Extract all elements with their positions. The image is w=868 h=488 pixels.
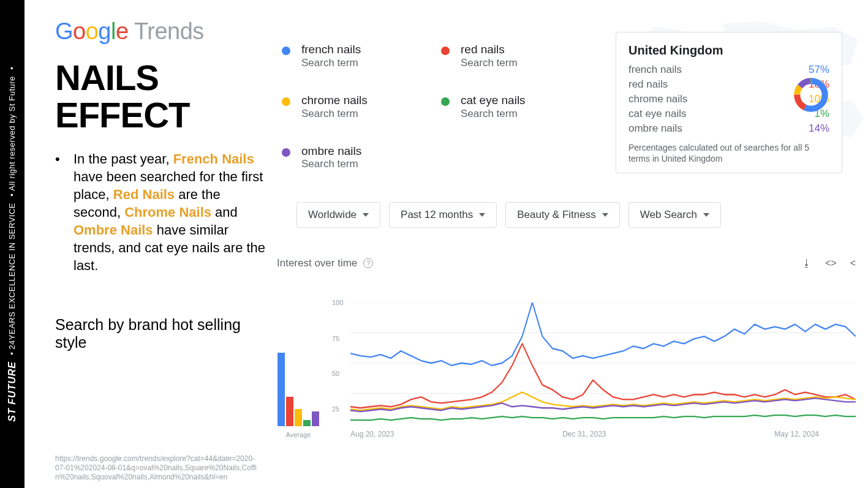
subhead: Search by brand hot selling style [55,316,270,351]
chevron-down-icon [479,213,485,217]
region-title: United Kingdom [628,43,829,58]
filter-row: Worldwide Past 12 months Beauty & Fitnes… [296,202,721,228]
share-icon[interactable]: < [850,258,856,269]
filter-time[interactable]: Past 12 months [389,202,497,228]
xtick: Dec 31, 2023 [562,430,606,438]
left-column: Google Trends NAILS EFFECT In the past y… [55,18,270,351]
legend-dot-icon [282,47,290,55]
legend-sub: Search term [301,57,361,69]
chevron-down-icon [602,213,608,217]
page-title: NAILS EFFECT [55,59,270,134]
chevron-down-icon [363,213,369,217]
chevron-down-icon [703,213,709,217]
ytick: 75 [332,335,339,342]
x-axis-labels: Aug 20, 2023 Dec 31, 2023 May 12, 2024 [350,430,856,438]
hl-ombre: Ombre Nails [74,222,153,238]
brand-logo: ST FUTURE [7,361,17,422]
xtick: May 12, 2024 [774,430,819,438]
brand-sidebar: ST FUTURE • 24YEARS EXCELLENCE IN SERVIC… [0,0,25,488]
download-icon[interactable]: ⭳ [802,258,812,269]
legend-dot-icon [282,97,290,106]
ytick: 100 [332,299,343,306]
average-bars [271,353,326,426]
average-label: Average [271,431,326,438]
chart-title: Interest over time ? [277,257,373,269]
region-row: ombre nails14% [628,121,829,136]
trends-pane: french nailsSearch term red nailsSearch … [282,12,868,488]
legend-sub: Search term [461,57,518,69]
legend-term: ombre nails [301,145,361,159]
legend-term: french nails [301,43,361,57]
source-url: https://trends.google.com/trends/explore… [55,454,257,482]
legend-item: red nailsSearch term [441,43,564,69]
ytick: 25 [332,405,339,413]
help-icon[interactable]: ? [363,258,373,268]
filter-category[interactable]: Beauty & Fitness [505,202,620,228]
legend-dot-icon [441,97,450,106]
interest-chart: Average 100 75 50 25 Aug 20, 2023 Dec 31… [271,288,856,441]
legend-sub: Search term [301,158,361,170]
line-chart-svg [350,302,856,424]
region-note: Percentages calculated out of searches f… [628,142,829,164]
legend-term: cat eye nails [461,94,526,108]
legend-sub: Search term [461,108,526,120]
donut-chart-icon [793,77,829,113]
google-trends-logo: Google Trends [55,18,270,45]
sidebar-tag2: All right reserved by St Future [7,76,17,190]
xtick: Aug 20, 2023 [350,430,394,438]
embed-icon[interactable]: <> [825,258,837,269]
ytick: 50 [332,370,339,377]
region-row: french nails57% [628,62,829,77]
region-card: United Kingdom french nails57% red nails… [616,32,842,173]
filter-searchtype[interactable]: Web Search [628,202,721,228]
chart-header: Interest over time ? ⭳ <> < [277,257,856,269]
legend-dot-icon [282,148,290,157]
legend-dot-icon [441,47,450,55]
legend-list: french nailsSearch term red nailsSearch … [282,43,570,170]
legend-item: ombre nailsSearch term [282,145,404,171]
sidebar-tag1: 24YEARS EXCELLENCE IN SERVICE [7,203,17,350]
hl-french: French Nails [173,151,254,167]
legend-term: red nails [461,43,518,57]
hl-chrome: Chrome Nails [124,205,211,220]
legend-sub: Search term [301,108,368,120]
sidebar-text: ST FUTURE • 24YEARS EXCELLENCE IN SERVIC… [7,67,18,422]
chart-actions: ⭳ <> < [802,258,856,269]
summary-bullet: In the past year, French Nails have been… [55,150,270,274]
legend-item: french nailsSearch term [282,43,404,69]
hl-red: Red Nails [113,187,175,202]
legend-term: chrome nails [301,94,368,108]
legend-item: cat eye nailsSearch term [441,94,564,120]
legend-item: chrome nailsSearch term [282,94,404,120]
filter-geo[interactable]: Worldwide [296,202,380,228]
